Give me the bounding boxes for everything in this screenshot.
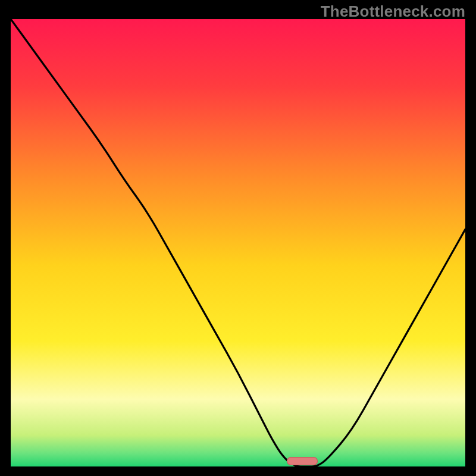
bottleneck-chart — [11, 19, 465, 466]
chart-frame: TheBottleneck.com — [0, 0, 476, 476]
optimal-range-marker — [287, 457, 318, 465]
watermark-text: TheBottleneck.com — [321, 2, 465, 21]
gradient-background — [11, 19, 465, 466]
